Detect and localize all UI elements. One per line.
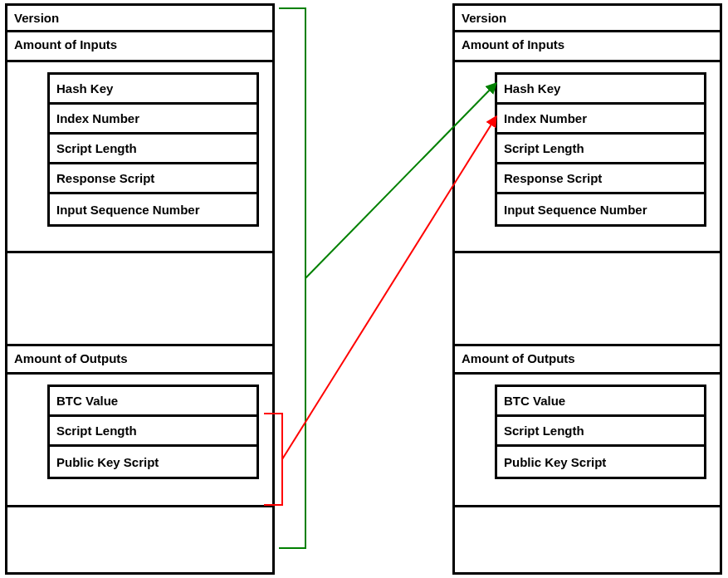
left-spacer-1	[7, 253, 272, 346]
right-input-response-script: Response Script	[497, 164, 704, 194]
right-amount-outputs-label: Amount of Outputs	[462, 351, 575, 365]
field-label: Input Sequence Number	[56, 203, 200, 217]
left-input-container: Hash Key Index Number Script Length Resp…	[7, 62, 272, 253]
field-label: Script Length	[56, 141, 137, 155]
field-label: Index Number	[504, 111, 587, 125]
field-label: BTC Value	[504, 394, 565, 408]
right-output-btc-value: BTC Value	[497, 387, 704, 417]
left-output-script-length: Script Length	[50, 417, 257, 447]
right-amount-inputs-row: Amount of Inputs	[455, 32, 720, 62]
right-output-script-length: Script Length	[497, 417, 704, 447]
left-input-response-script: Response Script	[50, 164, 257, 194]
right-input-container: Hash Key Index Number Script Length Resp…	[455, 62, 720, 253]
field-label: Hash Key	[504, 81, 560, 96]
left-version-label: Version	[14, 11, 59, 25]
left-version-row: Version	[7, 6, 272, 32]
right-spacer-1	[455, 253, 720, 346]
right-version-row: Version	[455, 6, 720, 32]
left-amount-inputs-row: Amount of Inputs	[7, 32, 272, 62]
transaction-right: Version Amount of Inputs Hash Key Index …	[452, 3, 722, 575]
right-output-public-key-script: Public Key Script	[497, 447, 704, 477]
left-output-container: BTC Value Script Length Public Key Scrip…	[7, 375, 272, 507]
green-bracket	[279, 8, 305, 548]
right-amount-outputs-row: Amount of Outputs	[455, 346, 720, 375]
transaction-diagram: Version Amount of Inputs Hash Key Index …	[0, 0, 728, 578]
left-amount-inputs-label: Amount of Inputs	[14, 37, 117, 51]
left-input-script-length: Script Length	[50, 135, 257, 164]
left-amount-outputs-row: Amount of Outputs	[7, 346, 272, 375]
right-spacer-2	[455, 507, 720, 544]
field-label: Hash Key	[56, 81, 113, 96]
right-output-box: BTC Value Script Length Public Key Scrip…	[495, 385, 706, 479]
field-label: Response Script	[504, 171, 602, 185]
right-input-script-length: Script Length	[497, 135, 704, 164]
right-amount-inputs-label: Amount of Inputs	[462, 37, 564, 51]
right-input-sequence-number: Input Sequence Number	[497, 194, 704, 224]
field-label: BTC Value	[56, 394, 118, 408]
right-output-container: BTC Value Script Length Public Key Scrip…	[455, 375, 720, 507]
transaction-left: Version Amount of Inputs Hash Key Index …	[5, 3, 275, 575]
left-amount-outputs-label: Amount of Outputs	[14, 351, 128, 365]
left-output-btc-value: BTC Value	[50, 387, 257, 417]
field-label: Script Length	[504, 424, 584, 438]
field-label: Response Script	[56, 171, 154, 185]
left-input-box: Hash Key Index Number Script Length Resp…	[47, 72, 259, 227]
right-input-hash-key: Hash Key	[497, 75, 704, 105]
field-label: Index Number	[56, 111, 139, 125]
left-input-hash-key: Hash Key	[50, 75, 257, 105]
field-label: Input Sequence Number	[504, 203, 647, 217]
field-label: Script Length	[56, 424, 137, 438]
left-output-box: BTC Value Script Length Public Key Scrip…	[47, 385, 259, 479]
left-output-public-key-script: Public Key Script	[50, 447, 257, 477]
right-input-index-number: Index Number	[497, 105, 704, 135]
field-label: Script Length	[504, 141, 584, 155]
left-input-index-number: Index Number	[50, 105, 257, 135]
right-input-box: Hash Key Index Number Script Length Resp…	[495, 72, 706, 227]
left-spacer-2	[7, 507, 272, 544]
left-input-sequence-number: Input Sequence Number	[50, 194, 257, 224]
field-label: Public Key Script	[504, 455, 606, 469]
field-label: Public Key Script	[56, 455, 159, 469]
right-version-label: Version	[462, 11, 506, 25]
